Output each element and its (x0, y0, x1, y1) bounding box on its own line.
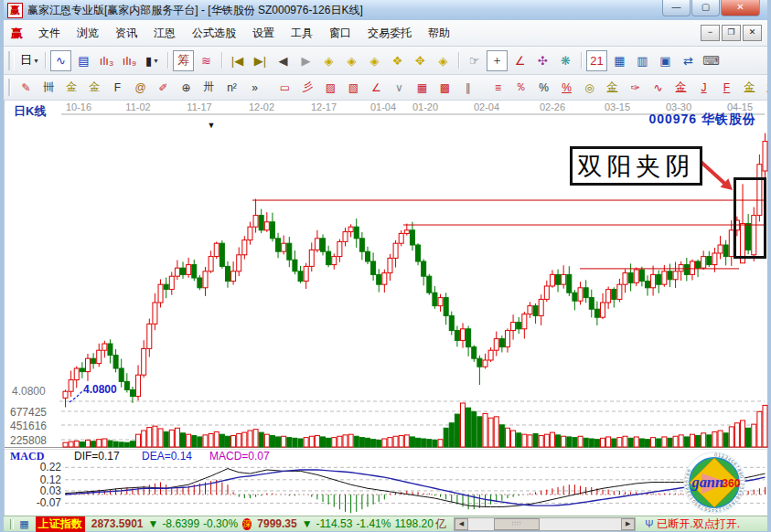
menu-item-4[interactable]: 江恩 (145, 23, 184, 44)
fibonacci-lines-icon[interactable]: F (107, 77, 128, 98)
color-histogram-icon[interactable]: ≋ (196, 50, 217, 71)
grid-wide-icon[interactable]: ▩ (434, 77, 455, 98)
price-channel-icon[interactable]: ≡ (487, 77, 509, 98)
wave-lines-icon[interactable]: ∨ (389, 77, 410, 98)
toolbar-separator (458, 52, 459, 69)
sz-value: 7999.35 (257, 517, 296, 530)
minimize-button[interactable]: — (662, 0, 691, 16)
close-button[interactable]: ✕ (721, 0, 760, 16)
menu-item-6[interactable]: 设置 (244, 23, 283, 44)
brand-logo-icon: 赢 (9, 26, 25, 41)
down-arrow-icon: ▼ (147, 517, 158, 530)
mdi-close-button[interactable]: ✕ (743, 25, 762, 41)
percent-icon[interactable]: % (533, 77, 554, 98)
save-icon[interactable]: ▣ (655, 50, 676, 71)
statusbar-grip (10, 519, 14, 529)
index-name-chip[interactable]: 上证指数 (36, 516, 85, 532)
maximize-button[interactable]: ▢ (691, 0, 720, 16)
hand-drag-icon[interactable]: ☞ (464, 50, 485, 71)
next-bar-icon[interactable]: ▶ (295, 50, 316, 71)
horizontal-scrollbar[interactable]: ◀ ∷∷ ▶ (454, 517, 636, 531)
menu-item-1[interactable]: 文件 (30, 23, 69, 44)
svg-text:02-04: 02-04 (474, 101, 499, 112)
mdi-restore-button[interactable]: ❐ (722, 25, 741, 41)
index-pct: -0.30% (203, 517, 238, 530)
gold-circle-icon[interactable]: ◎ (579, 77, 600, 98)
notepad-icon[interactable]: ▥ (632, 50, 653, 71)
window-title: 赢家江恩专业版[赢家内部服务平台] - [华铁股份 SZ000976-126日K… (27, 3, 363, 18)
gann-fan-box-icon[interactable]: ▨ (320, 77, 341, 98)
crosshair-icon[interactable]: ＋ (487, 50, 508, 71)
percent-line-icon[interactable]: % (556, 77, 577, 98)
gold-line-icon[interactable]: 金 (602, 77, 623, 98)
menu-item-9[interactable]: 交易委托 (359, 23, 420, 44)
angle-speed-icon[interactable]: 速 (762, 77, 767, 98)
angle-f-icon[interactable]: F (716, 77, 737, 98)
calendar-icon[interactable]: 21 (586, 50, 607, 71)
last-bar-icon[interactable]: ▶| (250, 50, 271, 71)
percent-retrace-icon[interactable]: ％ (510, 77, 531, 98)
gann-wheel-icon[interactable]: ⊕ (176, 77, 197, 98)
cycle-tools-icon[interactable]: ❋ (555, 50, 576, 71)
info-memo-icon[interactable]: ▤ (73, 50, 94, 71)
fan-lines-icon[interactable]: 彡 (297, 77, 318, 98)
angle-measure-icon[interactable]: ∠ (509, 50, 530, 71)
svg-text:02-26: 02-26 (540, 101, 565, 112)
flag-pen-icon[interactable]: ✑ (625, 77, 646, 98)
macd-axis-label-1: 0.22 (23, 461, 61, 473)
golden-section-time-icon[interactable]: 金 (84, 77, 105, 98)
square-n2-icon[interactable]: n² (221, 77, 242, 98)
draw-brush-icon[interactable]: ✎ (16, 77, 37, 98)
gann-grid-icon[interactable]: 卌 (38, 77, 59, 98)
percent-lines-icon[interactable]: 卅 (198, 77, 220, 98)
scroll-thumb[interactable]: ∷∷ (494, 518, 540, 530)
menu-item-5[interactable]: 公式选股 (184, 23, 244, 44)
gann-box-h-icon[interactable]: ◈ (364, 50, 385, 71)
gold-underline-icon[interactable]: 金 (670, 77, 691, 98)
calculator-icon[interactable]: ▦ (609, 50, 630, 71)
candle-type-icon[interactable]: ▮▼ (142, 50, 163, 71)
gann-box-x-icon[interactable]: ❖ (387, 50, 408, 71)
trend-pen-icon[interactable]: ✐ (153, 77, 174, 98)
parallel-lines-icon[interactable]: ∥ (457, 77, 478, 98)
spiral-icon[interactable]: @ (130, 77, 151, 98)
gann-box-lr-icon[interactable]: ◈ (318, 50, 339, 71)
golden-section-price-icon[interactable]: 金 (61, 77, 82, 98)
remote-pc-icon[interactable]: ⌨ (701, 50, 722, 71)
menu-item-8[interactable]: 窗口 (321, 23, 359, 44)
angle-gold-icon[interactable]: 金 (739, 77, 760, 98)
menu-item-3[interactable]: 资讯 (107, 23, 145, 44)
angle-j-icon[interactable]: J (693, 77, 714, 98)
menu-item-2[interactable]: 浏览 (69, 23, 107, 44)
shenzhen-badge[interactable]: 深 (242, 518, 252, 530)
gann-box-all-icon[interactable]: ✥ (410, 50, 431, 71)
mdi-minimize-button[interactable]: − (701, 25, 720, 41)
net-transfer-icon[interactable]: ⇄ (678, 50, 699, 71)
gann-square-icon[interactable]: ▧ (343, 77, 364, 98)
chip-distribution-icon[interactable]: 筹 (173, 50, 194, 71)
menu-item-10[interactable]: 帮助 (420, 23, 458, 44)
scroll-left-arrow[interactable]: ◀ (455, 518, 468, 530)
toolbar-grip (8, 79, 11, 96)
toolbar-separator (45, 52, 46, 69)
rect-tool-icon[interactable]: ▭ (274, 77, 295, 98)
first-bar-icon[interactable]: |◀ (227, 50, 248, 71)
gann-box-ud-icon[interactable]: ◈ (341, 50, 362, 71)
status-bar: ▦ 上证指数 2873.5901 ▼ -8.6399 -0.30% 深 7999… (4, 516, 767, 531)
grid-dense-icon[interactable]: ▦ (412, 77, 433, 98)
scroll-right-arrow[interactable]: ▶ (621, 518, 635, 530)
kline-period[interactable]: 日▼ (19, 50, 40, 71)
connection-status[interactable]: 已断开.双点打开. (657, 516, 740, 532)
vol-bars-9-icon[interactable]: ılı₉ (119, 50, 140, 71)
angle-lines-icon[interactable]: ∠ (366, 77, 387, 98)
svg-text:▼: ▼ (208, 121, 216, 130)
elastic-band-icon[interactable]: ∿ (50, 50, 71, 71)
wave-window-icon[interactable]: ∿ (648, 77, 669, 98)
menu-item-7[interactable]: 工具 (283, 23, 321, 44)
gann-tools-icon[interactable]: ✣ (532, 50, 553, 71)
gann-box-sel-icon[interactable]: ◈ (433, 50, 454, 71)
vol-bars-3-icon[interactable]: ılı₃ (96, 50, 117, 71)
prev-bar-icon[interactable]: ◀ (273, 50, 294, 71)
more-tools-icon[interactable]: » (244, 77, 265, 98)
quote-table-icon[interactable]: ▦ (19, 518, 28, 530)
